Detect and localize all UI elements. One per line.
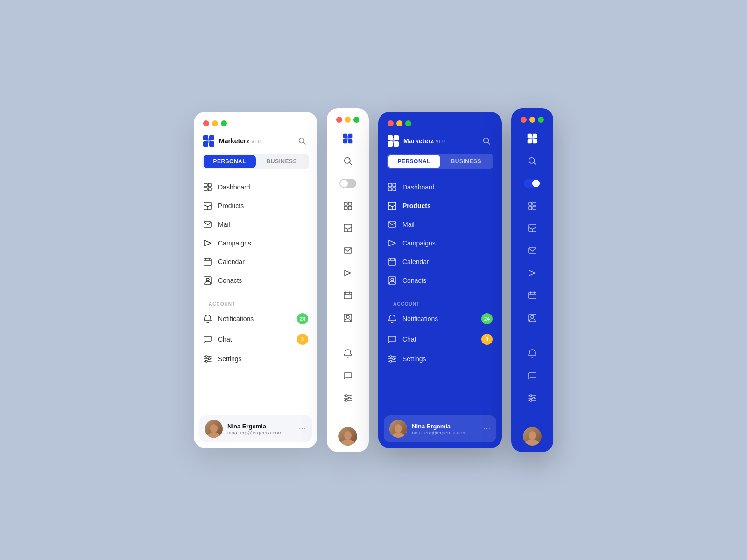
svg-marker-43 (345, 270, 351, 276)
narrow-calendar[interactable] (338, 285, 358, 306)
narrow-brand[interactable] (338, 128, 358, 149)
personal-tab[interactable]: PERSONAL (204, 155, 256, 168)
dark-narrow-avatar[interactable] (523, 427, 542, 446)
dark-nav-contacts[interactable]: Conacts (384, 271, 496, 290)
narrow-products[interactable] (338, 218, 358, 238)
tl-yellow-n[interactable] (345, 117, 351, 123)
svg-rect-94 (529, 202, 532, 205)
nav-label-mail: Mail (218, 221, 230, 228)
svg-rect-38 (344, 206, 347, 210)
dark-panel-header: Marketerz v1.0 (378, 132, 502, 154)
tl-green[interactable] (221, 120, 227, 126)
dark-narrow-dashboard[interactable] (522, 196, 543, 216)
nav-item-notifications[interactable]: Notifications 24 (199, 308, 312, 329)
tl-red-dn[interactable] (521, 117, 527, 123)
dark-nav-calendar[interactable]: Calendar (384, 252, 496, 271)
nav-label-notifications: Notifications (218, 315, 254, 322)
svg-line-93 (534, 162, 536, 164)
narrow-chat[interactable] (338, 365, 358, 386)
narrow-mail[interactable] (338, 240, 358, 261)
dark-nav-divider (389, 294, 491, 294)
user-card[interactable]: Nina Ergemla nina_erg@ergemla.com ··· (199, 415, 312, 442)
dark-brand-logo (387, 134, 400, 147)
dark-nav-campaigns[interactable]: Campaigns (384, 234, 496, 252)
nav-item-calendar[interactable]: Calendar (199, 252, 312, 271)
contacts-icon (203, 276, 212, 285)
dark-narrow-user-menu[interactable]: ··· (511, 412, 553, 427)
dark-nav-products[interactable]: Products (384, 196, 496, 215)
tl-green-dn[interactable] (538, 117, 544, 123)
tl-red[interactable] (203, 120, 209, 126)
narrow-settings[interactable] (338, 388, 358, 408)
nav-item-settings[interactable]: Settings (199, 350, 312, 368)
nav-divider (205, 294, 306, 294)
dark-narrow-settings[interactable] (522, 388, 543, 408)
dark-calendar-icon (388, 257, 397, 266)
narrow-avatar[interactable] (338, 427, 357, 446)
tl-yellow-dn[interactable] (529, 117, 536, 123)
tl-yellow[interactable] (212, 120, 218, 126)
narrow-notifications[interactable] (338, 343, 358, 364)
nav-item-campaigns[interactable]: Campaigns (199, 234, 312, 252)
dark-user-email: nina_erg@ergemla.com (412, 430, 479, 435)
business-tab[interactable]: BUSINESS (256, 155, 308, 168)
tl-green-dw[interactable] (405, 120, 411, 126)
dark-nav-notifications[interactable]: Notifications 24 (384, 308, 496, 329)
narrow-contacts[interactable] (338, 308, 358, 328)
tl-red-dw[interactable] (388, 120, 394, 126)
dark-user-card[interactable]: Nina Ergemla nina_erg@ergemla.com ··· (384, 415, 496, 442)
narrow-campaigns[interactable] (338, 263, 358, 283)
nav-item-dashboard[interactable]: Dashboard (199, 178, 312, 196)
svg-rect-73 (388, 259, 396, 265)
dark-nav-dashboard[interactable]: Dashboard (384, 178, 496, 196)
nav-item-chat[interactable]: Chat 8 (199, 329, 312, 350)
tl-yellow-dw[interactable] (396, 120, 402, 126)
dark-user-menu-button[interactable]: ··· (483, 425, 491, 433)
dark-narrow-toggle[interactable] (522, 173, 543, 194)
dark-brand: Marketerz v1.0 (387, 134, 445, 147)
dark-account-label: ACCOUNT (384, 298, 496, 308)
dark-narrow-mail[interactable] (522, 240, 543, 261)
nav-label-dashboard: Dashboard (218, 183, 250, 191)
svg-point-115 (524, 439, 541, 446)
dark-narrow-brand[interactable] (522, 128, 543, 149)
dark-nav-settings[interactable]: Settings (384, 350, 496, 368)
nav-item-mail[interactable]: Mail (199, 215, 312, 234)
dark-narrow-products[interactable] (522, 218, 543, 238)
svg-point-56 (344, 431, 352, 440)
svg-point-20 (206, 278, 209, 281)
dark-narrow-contacts[interactable] (522, 308, 543, 328)
theme-toggle[interactable] (339, 179, 356, 188)
dark-narrow-notifications[interactable] (522, 343, 543, 364)
dark-nav-mail[interactable]: Mail (384, 215, 496, 234)
narrow-icons-light (327, 128, 369, 412)
tl-red-n[interactable] (336, 117, 342, 123)
brand-version: v1.0 (252, 139, 261, 144)
dark-narrow-campaigns[interactable] (522, 263, 543, 283)
tl-green-n[interactable] (353, 117, 359, 123)
dark-notifications-icon (388, 314, 397, 323)
dark-theme-toggle[interactable] (524, 179, 541, 188)
svg-rect-65 (388, 183, 392, 187)
user-menu-button[interactable]: ··· (299, 425, 306, 433)
svg-point-82 (390, 356, 392, 357)
dark-search-button[interactable] (479, 134, 493, 148)
nav-item-products[interactable]: Products (199, 196, 312, 215)
svg-rect-96 (529, 206, 532, 210)
narrow-user-menu[interactable]: ··· (327, 412, 369, 427)
narrow-dashboard[interactable] (338, 196, 358, 216)
svg-marker-101 (529, 270, 536, 276)
dark-nav-label-products: Products (402, 202, 431, 210)
narrow-search[interactable] (338, 151, 358, 171)
dark-account-toggle: PERSONAL BUSINESS (387, 154, 493, 169)
dark-personal-tab[interactable]: PERSONAL (388, 155, 440, 168)
dark-business-tab[interactable]: BUSINESS (440, 155, 493, 168)
narrow-toggle[interactable] (338, 173, 358, 194)
nav-item-contacts[interactable]: Conacts (199, 271, 312, 290)
dark-narrow-search[interactable] (522, 151, 543, 171)
search-button[interactable] (295, 134, 309, 148)
dark-nav-chat[interactable]: Chat 8 (384, 329, 496, 350)
dark-narrow-calendar[interactable] (522, 285, 543, 306)
dark-narrow-chat[interactable] (522, 365, 543, 386)
account-type-toggle: PERSONAL BUSINESS (202, 154, 309, 169)
